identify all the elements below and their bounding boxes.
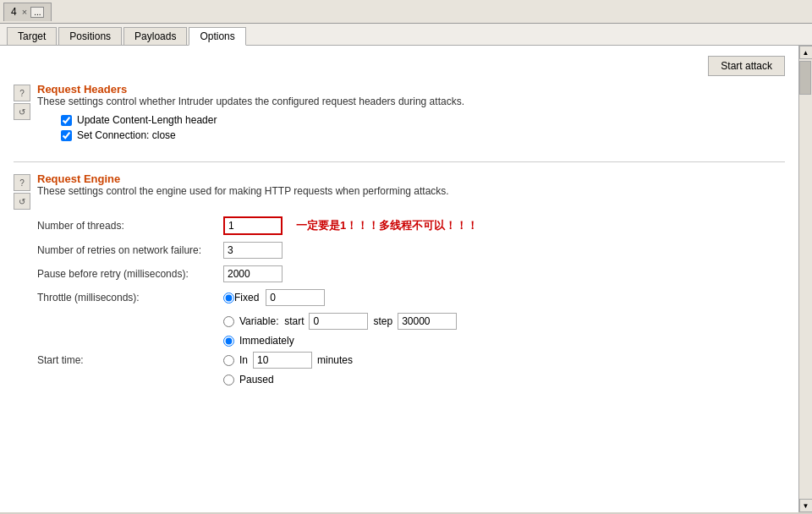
checkbox-content-length-label: Update Content-Length header bbox=[77, 114, 217, 126]
start-attack-button[interactable]: Start attack bbox=[708, 56, 785, 76]
throttle-row: Throttle (milliseconds): Fixed bbox=[37, 289, 785, 306]
tab-payloads[interactable]: Payloads bbox=[123, 27, 187, 45]
step-label: step bbox=[373, 315, 392, 327]
threads-input[interactable] bbox=[223, 216, 283, 235]
section-title-area: Request Headers These settings control w… bbox=[37, 83, 464, 145]
tab-target[interactable]: Target bbox=[7, 27, 57, 45]
engine-help-icon[interactable]: ? bbox=[14, 174, 30, 191]
main-tab-bar: Target Positions Payloads Options bbox=[0, 24, 812, 46]
dots-button[interactable]: ... bbox=[30, 7, 44, 18]
threads-annotation: 一定要是1！！！多线程不可以！！！ bbox=[296, 218, 478, 233]
tab-options[interactable]: Options bbox=[189, 27, 245, 46]
start-in-input[interactable] bbox=[253, 352, 312, 369]
checkbox-connection-row: Set Connection: close bbox=[61, 129, 464, 141]
retries-input[interactable] bbox=[223, 242, 283, 259]
start-immediately-label: Immediately bbox=[239, 335, 294, 347]
engine-refresh-icon[interactable]: ↺ bbox=[14, 193, 30, 210]
section-icons: ? ↺ bbox=[14, 85, 30, 122]
start-immediately-radio[interactable] bbox=[223, 336, 234, 347]
content-area: Start attack ? ↺ Request Headers These s… bbox=[0, 46, 812, 512]
request-engine-title: Request Engine bbox=[37, 172, 785, 185]
throttle-fixed-label: Fixed bbox=[234, 292, 259, 303]
scroll-track[interactable] bbox=[799, 59, 813, 499]
request-headers-title: Request Headers bbox=[37, 83, 464, 96]
start-time-row: Start time: Immediately In minutes P bbox=[37, 335, 785, 386]
tab-positions[interactable]: Positions bbox=[58, 27, 122, 45]
pause-retry-input[interactable] bbox=[223, 265, 283, 282]
throttle-fixed-input[interactable] bbox=[266, 289, 325, 306]
pause-retry-row: Pause before retry (milliseconds): bbox=[37, 265, 785, 282]
section-divider bbox=[14, 161, 785, 162]
start-in-label: In bbox=[239, 354, 248, 366]
checkbox-connection-label: Set Connection: close bbox=[77, 129, 176, 141]
threads-label: Number of threads: bbox=[37, 220, 223, 232]
throttle-start-input[interactable] bbox=[309, 313, 368, 330]
refresh-icon[interactable]: ↺ bbox=[14, 103, 30, 120]
checkbox-content-length[interactable] bbox=[61, 115, 72, 126]
pause-retry-label: Pause before retry (milliseconds): bbox=[37, 268, 223, 280]
start-attack-wrap: Start attack bbox=[14, 56, 785, 76]
throttle-label: Throttle (milliseconds): bbox=[37, 292, 223, 303]
start-in-radio[interactable] bbox=[223, 355, 234, 366]
start-paused-label: Paused bbox=[239, 374, 274, 386]
throttle-variable-label: Variable: start bbox=[239, 315, 304, 327]
retries-label: Number of retries on network failure: bbox=[37, 244, 223, 256]
checkbox-connection[interactable] bbox=[61, 130, 72, 141]
engine-title-area: Request Engine These settings control th… bbox=[37, 172, 785, 204]
checkbox-content-length-row: Update Content-Length header bbox=[61, 114, 464, 126]
help-icon[interactable]: ? bbox=[14, 85, 30, 101]
start-time-label: Start time: bbox=[37, 354, 223, 366]
section-header: ? ↺ Request Headers These settings contr… bbox=[14, 83, 785, 145]
engine-section-header: ? ↺ Request Engine These settings contro… bbox=[14, 172, 785, 211]
throttle-variable-row: Variable: start step bbox=[223, 313, 785, 330]
request-headers-desc: These settings control whether Intruder … bbox=[37, 96, 464, 107]
scrollbar: ▲ ▼ bbox=[798, 46, 812, 512]
engine-section-icons: ? ↺ bbox=[14, 174, 30, 211]
title-bar: 4 × ... bbox=[0, 0, 812, 24]
close-icon[interactable]: × bbox=[22, 7, 27, 17]
scroll-up-button[interactable]: ▲ bbox=[799, 46, 813, 59]
retries-row: Number of retries on network failure: bbox=[37, 242, 785, 259]
tab-number: 4 bbox=[11, 6, 17, 18]
request-headers-section: ? ↺ Request Headers These settings contr… bbox=[14, 83, 785, 145]
request-engine-desc: These settings control the engine used f… bbox=[37, 185, 785, 197]
throttle-step-input[interactable] bbox=[398, 313, 457, 330]
scroll-down-button[interactable]: ▼ bbox=[799, 499, 813, 512]
title-tab[interactable]: 4 × ... bbox=[3, 3, 52, 21]
scroll-content: Start attack ? ↺ Request Headers These s… bbox=[0, 46, 798, 512]
throttle-fixed-radio[interactable] bbox=[223, 293, 234, 303]
start-paused-radio[interactable] bbox=[223, 375, 234, 386]
start-time-options: Immediately In minutes Paused bbox=[223, 335, 353, 386]
request-engine-section: ? ↺ Request Engine These settings contro… bbox=[14, 172, 785, 386]
scroll-thumb[interactable] bbox=[799, 61, 811, 95]
minutes-label: minutes bbox=[317, 354, 353, 366]
threads-row: Number of threads: 一定要是1！！！多线程不可以！！！ bbox=[37, 216, 785, 235]
throttle-variable-radio[interactable] bbox=[223, 316, 234, 327]
throttle-fixed-group: Fixed bbox=[223, 289, 325, 306]
